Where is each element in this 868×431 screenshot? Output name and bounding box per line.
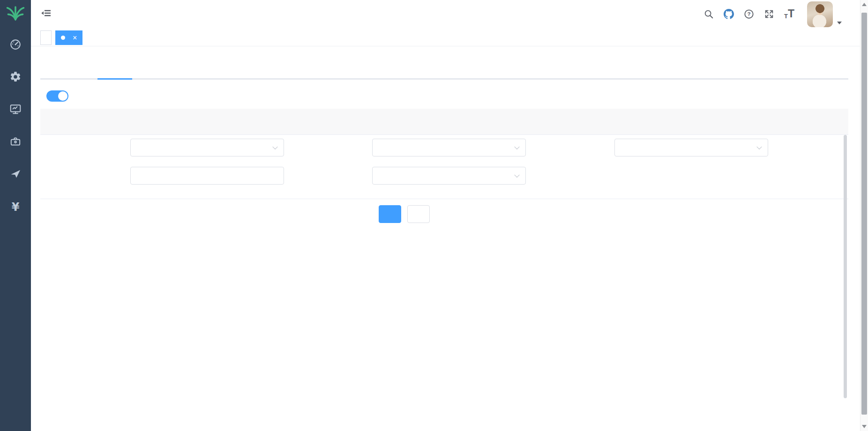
col-header-physical-type: [218, 109, 286, 134]
app-logo[interactable]: [5, 4, 26, 22]
col-header-required: [630, 109, 658, 134]
col-header-insert: [431, 109, 465, 134]
dashboard-gauge-icon: [9, 38, 22, 52]
close-icon[interactable]: ×: [73, 34, 77, 42]
sidebar-toggle-button[interactable]: [40, 8, 52, 20]
mapping-java-type-label: [284, 167, 368, 185]
github-icon[interactable]: [724, 9, 734, 19]
tabs-underline-track: [40, 78, 848, 80]
java-attr-input[interactable]: [130, 167, 284, 185]
briefcase-icon: [9, 135, 22, 149]
col-header-index: [40, 109, 75, 134]
chevron-down-icon: [514, 172, 519, 178]
top-navbar: ? TT: [31, 0, 868, 28]
tags-view-bar: ×: [31, 28, 868, 46]
font-size-icon[interactable]: TT: [784, 8, 794, 19]
tag-current-page[interactable]: ×: [55, 30, 82, 45]
form-footer: [40, 205, 868, 223]
active-dot-icon: [61, 36, 65, 40]
java-attr-label: [40, 167, 116, 185]
hamburger-fold-icon: [40, 7, 52, 21]
col-header-column-name: [75, 109, 150, 134]
main-area: ? TT: [31, 0, 868, 431]
sidebar-item-tool[interactable]: [9, 136, 22, 149]
col-header-list: [498, 109, 532, 134]
monitor-chart-icon: [9, 103, 22, 117]
chevron-down-icon: [756, 144, 762, 149]
tab-field-info[interactable]: [97, 58, 132, 80]
scroll-up-arrow-icon[interactable]: [862, 3, 867, 6]
yuan-sign-icon: ¥: [12, 201, 20, 214]
page-scrollbar[interactable]: [860, 0, 868, 431]
scroll-down-arrow-icon[interactable]: [862, 425, 867, 428]
col-header-edit: [465, 109, 498, 134]
fullscreen-icon[interactable]: [764, 9, 774, 19]
svg-text:?: ?: [747, 11, 750, 16]
field-config-table: [40, 109, 848, 199]
relation-table-select[interactable]: [130, 139, 284, 156]
back-button[interactable]: [407, 205, 430, 223]
sidebar-item-monitor[interactable]: [9, 104, 22, 116]
submit-button[interactable]: [379, 205, 401, 223]
tab-basic-info[interactable]: [40, 58, 75, 80]
search-icon[interactable]: [703, 9, 714, 19]
col-header-java-type: [286, 109, 363, 134]
mapping-java-type-select[interactable]: [372, 167, 526, 185]
col-header-dict-type: [739, 109, 820, 134]
paper-plane-icon: [9, 168, 22, 182]
tabs-active-underline: [97, 78, 132, 80]
col-header-query: [532, 109, 565, 134]
sidebar-item-pay[interactable]: ¥: [12, 201, 20, 213]
table-scrollbar-thumb[interactable]: [844, 135, 847, 398]
form-tabs: [40, 58, 848, 80]
sidebar-item-system[interactable]: [9, 72, 22, 84]
relation-switch[interactable]: [46, 90, 68, 102]
relation-table-label: [40, 139, 116, 156]
help-icon[interactable]: ?: [744, 9, 754, 19]
sidebar-item-guide[interactable]: [9, 169, 22, 181]
tag-home[interactable]: [40, 30, 52, 45]
relation-field-select[interactable]: [372, 139, 526, 156]
field-relation-toggle-row: [40, 87, 868, 105]
relation-field-label: [284, 139, 368, 156]
row-expand-panel: [40, 135, 848, 199]
col-header-html-type: [658, 109, 739, 134]
tab-generate-info[interactable]: [155, 58, 189, 80]
mapping-field-label: [527, 139, 612, 156]
user-menu[interactable]: [807, 0, 842, 27]
col-header-query-type: [565, 109, 630, 134]
sidebar: ¥: [0, 0, 31, 431]
mapping-field-select[interactable]: [614, 139, 768, 156]
col-header-description: [150, 109, 218, 134]
plant-logo-icon: [5, 3, 26, 23]
switch-knob: [58, 91, 67, 101]
col-header-java-field: [363, 109, 431, 134]
table-header: [40, 109, 848, 135]
chevron-down-icon: [272, 144, 277, 149]
page-content: [31, 46, 868, 431]
page-scrollbar-thumb[interactable]: [861, 13, 867, 415]
sidebar-item-dashboard[interactable]: [9, 39, 22, 52]
col-header-expand: [820, 109, 848, 134]
caret-down-icon: [837, 22, 842, 24]
chevron-down-icon: [514, 144, 519, 149]
app-root: ¥: [0, 0, 868, 431]
settings-gear-icon: [9, 71, 22, 85]
navbar-actions: ? TT: [703, 0, 842, 27]
sidebar-nav: ¥: [9, 39, 22, 233]
avatar[interactable]: [807, 1, 833, 27]
